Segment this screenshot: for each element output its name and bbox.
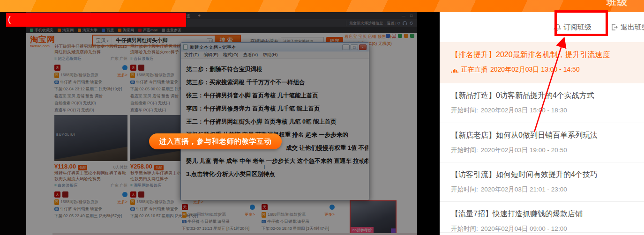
product-title[interactable]: 补丁破洞牛仔裤男潮牌修身小脚裤2020网红街头潮流痞帅九分裤 — [54, 44, 127, 55]
menu-file[interactable]: 文件(F) — [184, 52, 199, 58]
seller-link[interactable]: 合日浪服店 — [130, 56, 154, 62]
minimize-button[interactable]: — — [342, 44, 350, 50]
menu-help[interactable]: 帮助(H) — [262, 52, 277, 58]
extension-icon[interactable] — [398, 34, 402, 38]
schedule-item[interactable]: 【访客引流】如何短时间有效提升的4个技巧 开始时间:2020年02月03日 21… — [440, 162, 644, 201]
logout-icon — [611, 23, 618, 31]
bookmark-item[interactable]: 生意参谋 — [162, 28, 181, 33]
letterbox-gap — [417, 12, 440, 235]
class-time: 2020年02月03日 21:01 - 23:00 — [481, 185, 567, 194]
bookmark-item[interactable]: 手机收藏夹 — [30, 28, 53, 33]
more-link[interactable]: 更多> — [117, 73, 127, 78]
bookmark-item[interactable]: 淘宝网 — [118, 28, 134, 33]
extension-icon[interactable] — [404, 34, 408, 38]
image-watermark: BUYOLIUI — [56, 133, 75, 136]
offshelf-row: 下架:02-04 23:12 星期二 [1天9时19分] — [54, 87, 127, 92]
more-link[interactable]: 更多> — [245, 212, 255, 218]
menu-format[interactable]: 格式(O) — [223, 52, 239, 58]
redaction-bar: ( — [6, 13, 186, 27]
more-link[interactable]: 更多> — [324, 212, 335, 218]
extension-icon[interactable] — [410, 34, 414, 38]
wangwang-icon[interactable] — [329, 205, 335, 210]
product-card[interactable]: 补丁破洞牛仔裤男潮牌修身小脚裤2020网红街头潮流痞帅九分裤 妃之恋服饰店广东 … — [54, 44, 127, 219]
seller-location: 广东 广州 — [111, 183, 127, 189]
bookmark-icon — [58, 29, 61, 32]
notepad-line: 张三：牛仔裤男抖音小脚 首页考核 几十笔能上首页 — [186, 89, 364, 102]
menu-edit[interactable]: 编辑(E) — [203, 52, 218, 58]
window-controls[interactable]: — □ — [399, 12, 417, 19]
sales-row: 牛牛仔裤 今日销量:请登录 — [54, 80, 127, 85]
service-icons-row: 天 — [262, 203, 335, 211]
bookmark-item[interactable]: 淘宝网 — [58, 28, 74, 33]
schedule-item[interactable]: 【流量7招】快速打造抓赚钱的爆款店铺 开始时间:2020年02月04日 09:0… — [440, 201, 644, 235]
tmall-icon: 天 — [130, 65, 136, 71]
tmall-icon: 天 — [262, 204, 268, 210]
bookmark-item[interactable]: 严选mail — [138, 28, 157, 33]
menu-view[interactable]: 查看(V) — [243, 52, 258, 58]
seller-link[interactable]: 潮男网络服饰店 — [130, 183, 162, 189]
wangwang-icon[interactable] — [122, 192, 127, 197]
bookmark-icon — [30, 29, 33, 32]
shop-icon — [62, 191, 68, 198]
maximize-button[interactable]: □ — [351, 44, 358, 50]
search-category-dropdown[interactable]: 宝贝 ▾ — [93, 37, 112, 44]
sales-row: 牛牛仔裤 今日销量:请登录 — [54, 206, 127, 212]
tmall-icon: 天 — [130, 191, 136, 198]
notepad-line: 婴儿 儿童 青年 成年 中年 老年 一步步长大 这个急不来的 直通车 拉动权重 — [186, 154, 364, 168]
enter-live-button[interactable]: 进入直播，参与和老师的教学互动 — [149, 133, 282, 149]
notepad-line: 李四：牛仔裤男修身弹力 首页考核 几千笔 能上首页 — [186, 102, 364, 115]
extension-icon[interactable]: × — [392, 34, 396, 38]
offshelf-row: 下架:02-06 18:40 星期四 [3天4时47分] — [262, 226, 335, 232]
product-image[interactable]: BUYOLIUI — [54, 115, 127, 161]
supply-1688-row[interactable]: 1688同款/相似款货源更多> — [262, 212, 335, 218]
supply-1688-row[interactable]: 1688同款/相似款货源更多> — [182, 212, 255, 218]
bookmark-icon — [162, 29, 165, 32]
free-shipping-badge: 包邮 — [78, 165, 87, 170]
category-tag: 牛 — [182, 220, 187, 223]
taobao-logo[interactable]: 淘宝网 taobao.com — [30, 34, 55, 48]
wangwang-icon[interactable] — [122, 65, 127, 70]
product-card-fragment[interactable]: 天 1688同款/相似款货源更多> 牛牛仔裤 今日销量:请登录 下架:02-06… — [262, 201, 335, 232]
product-price: ¥118.00 — [54, 163, 76, 170]
headset-icon[interactable] — [403, 21, 407, 25]
class-title: 【流量7招】快速打造抓赚钱的爆款店铺 — [451, 209, 639, 219]
bookmark-icon — [78, 29, 81, 32]
browser-hint-text[interactable]: 最全新火爆沙雕信息，速览 | Q — [346, 21, 400, 26]
bookmark-icon — [118, 29, 121, 32]
annotation-arrow — [516, 35, 577, 138]
notepad-title: 新建文本文档 - 记事本 — [190, 44, 236, 51]
new-tab-button[interactable]: + — [194, 12, 204, 19]
promo-product-image[interactable]: 65折参考价 — [350, 200, 397, 234]
seller-link[interactable]: 白酱浪服店 — [54, 183, 78, 189]
zhitongche-row: 直通车 PC(17) 无线(0) — [54, 108, 127, 113]
service-icons-row: 天 — [54, 191, 127, 198]
supply-1688-row[interactable]: 1688同款/相似款货源更多> — [54, 73, 127, 78]
sales-row: 牛牛仔裤 今日销量:请登录 — [262, 219, 335, 225]
extension-icon[interactable] — [386, 34, 390, 38]
wangwang-icon[interactable] — [250, 205, 255, 210]
sales-row: 牛牛仔裤 今日销量:请登录 — [182, 219, 255, 225]
class-time-row: 开始时间:2020年02月03日 21:01 - 23:00 — [451, 185, 639, 194]
notepad-menu-bar: 文件(F) 编辑(E) 格式(O) 查看(V) 帮助(H) — [181, 51, 369, 59]
refresh-icon[interactable] — [409, 21, 413, 25]
notepad-window[interactable]: 新建文本文档 - 记事本 — □ × 文件(F) 编辑(E) 格式(O) 查看(… — [180, 42, 369, 200]
exit-class-button[interactable]: 退出班级 — [611, 23, 644, 32]
close-button[interactable]: × — [359, 44, 367, 50]
bookmark-item[interactable]: 淘宝大学 — [78, 28, 97, 33]
product-title[interactable]: 潮牌牛仔裤男士宽松小脚网红裤子春秋款街头潮流大码哈伦裤男 — [54, 170, 127, 182]
kandianbao-row[interactable]: 看店宝 宝贝 店铺 预售 调价 — [54, 94, 127, 99]
bookmark-icon — [138, 29, 142, 32]
more-link[interactable]: 更多> — [117, 199, 127, 205]
corner-tag — [391, 228, 396, 233]
live-status-label: 正在直播 — [461, 66, 487, 74]
product-card-fragment[interactable]: 天 1688同款/相似款货源更多> 牛牛仔裤 今日销量:请登录 下架:02-07… — [182, 201, 255, 232]
category-tag: 牛 — [130, 207, 135, 211]
seller-link[interactable]: 妃之恋服饰店 — [54, 56, 82, 62]
shop-icon — [138, 65, 144, 71]
bookmark-item[interactable]: 百度 — [102, 28, 114, 33]
notepad-text-area[interactable]: 第二步：删除不符合宝贝词根第三步：买家搜索词根 千千万万个不一样组合张三：牛仔裤… — [181, 59, 368, 199]
notepad-title-bar[interactable]: 新建文本文档 - 记事本 — □ × — [181, 43, 369, 51]
page-bottom-strip — [52, 233, 417, 235]
supply-1688-row[interactable]: 1688同款/相似款货源更多> — [54, 199, 127, 205]
paid-count: 0人付款 — [113, 165, 127, 170]
